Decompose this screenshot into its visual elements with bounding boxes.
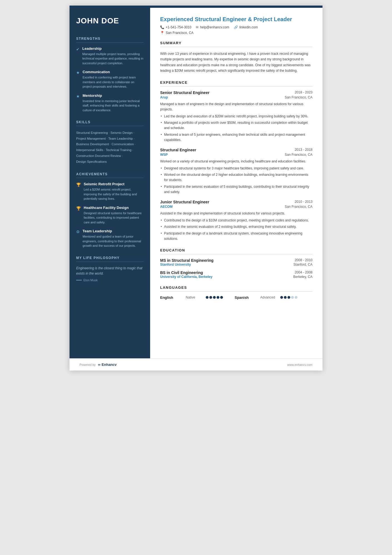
powered-by-label: Powered by bbox=[80, 363, 96, 366]
phone-number: +1-541-754-3010 bbox=[166, 25, 191, 29]
lang2-dot2 bbox=[284, 296, 287, 299]
job3-company-row: AECOM San Francisco, CA bbox=[160, 205, 312, 209]
job2-location: San Francisco, CA bbox=[285, 153, 312, 157]
education-section: EDUCATION MS in Structural Engineering 2… bbox=[160, 248, 312, 279]
education-title: EDUCATION bbox=[160, 248, 312, 254]
star-icon: ★ bbox=[76, 70, 80, 75]
lang2-dot5 bbox=[295, 296, 297, 299]
job1-company: Arup bbox=[160, 95, 168, 99]
strength-communication: ★ Communication Excelled in conferring w… bbox=[76, 70, 143, 89]
achievement-seismic-title: Seismic Retrofit Project bbox=[84, 182, 143, 186]
lang1-dot2 bbox=[209, 296, 212, 299]
job1-location: San Francisco, CA bbox=[285, 95, 312, 99]
job2-bullet-3: Participated in the seismic evaluation o… bbox=[160, 184, 312, 195]
skill-line-4: Interpersonal Skills · Technical Trainin… bbox=[76, 147, 143, 153]
job1-bullet-3: Mentored a team of 5 junior engineers, e… bbox=[160, 132, 312, 143]
edu1-header: MS in Structural Engineering 2008 - 2010 bbox=[160, 258, 312, 263]
job1-bullets: Led the design and execution of a $20M s… bbox=[160, 114, 312, 143]
lang1-dot3 bbox=[213, 296, 216, 299]
job2-company: WSP bbox=[160, 153, 168, 157]
achievement-healthcare: 🏆 Healthcare Facility Design Designed st… bbox=[76, 206, 143, 225]
job3-company: AECOM bbox=[160, 205, 173, 209]
achievement-healthcare-content: Healthcare Facility Design Designed stru… bbox=[84, 206, 143, 225]
achievement-team: ⚙ Team Leadership Mentored and guided a … bbox=[76, 229, 143, 248]
gear2-icon: ⚙ bbox=[76, 230, 80, 234]
achievement-seismic-content: Seismic Retrofit Project Led a $20M seis… bbox=[84, 182, 143, 201]
strength-mentorship-content: Mentorship Invested time in mentoring ju… bbox=[83, 93, 143, 113]
achievement-healthcare-title: Healthcare Facility Design bbox=[84, 206, 143, 210]
job-title: Experienced Structural Engineer & Projec… bbox=[160, 16, 312, 23]
job1-dates: 2018 - 2023 bbox=[295, 90, 312, 94]
job2-dates: 2013 - 2018 bbox=[295, 148, 312, 152]
experience-title: EXPERIENCE bbox=[160, 80, 312, 87]
edu2-school-row: University of California, Berkeley Berke… bbox=[160, 275, 312, 279]
philosophy-author: Elon Musk bbox=[76, 278, 143, 282]
skill-line-1: Structural Engineering · Seismic Design … bbox=[76, 130, 143, 136]
skill-line-2: Project Management · Team Leadership · bbox=[76, 136, 143, 142]
edu2-dates: 2004 - 2008 bbox=[295, 270, 312, 275]
edu1-location: Stanford, CA bbox=[293, 263, 312, 267]
skill-line-6: Design Specifications bbox=[76, 159, 143, 165]
job2-desc: Worked on a variety of structural engine… bbox=[160, 159, 312, 164]
philosophy-text: Engineering is the closest thing to magi… bbox=[76, 266, 143, 276]
contact-email: ✉ help@enhancv.com bbox=[196, 25, 229, 29]
strength-communication-title: Communication bbox=[83, 70, 143, 74]
job3-dates: 2010 - 2013 bbox=[295, 200, 312, 204]
languages-title: LANGUAGES bbox=[160, 285, 312, 292]
job3-header: Junior Structural Engineer 2010 - 2013 bbox=[160, 200, 312, 204]
job1-header: Senior Structural Engineer 2018 - 2023 bbox=[160, 90, 312, 95]
main-content: Experienced Structural Engineer & Projec… bbox=[150, 8, 322, 358]
skills-section: SKILLS Structural Engineering · Seismic … bbox=[76, 120, 143, 164]
email-icon: ✉ bbox=[196, 25, 199, 29]
resume-wrapper: JOHN DOE STRENGTHS ✔ Leadership Managed … bbox=[70, 6, 322, 371]
edu-item-2: BS in Civil Engineering 2004 - 2008 Univ… bbox=[160, 270, 312, 279]
contact-row: 📞 +1-541-754-3010 ✉ help@enhancv.com 🔗 l… bbox=[160, 25, 312, 29]
lang1-dots bbox=[206, 296, 223, 299]
checkmark-icon: ✔ bbox=[76, 47, 80, 51]
email-address: help@enhancv.com bbox=[200, 25, 229, 29]
strength-mentorship: ★ Mentorship Invested time in mentoring … bbox=[76, 93, 143, 113]
lang1-dot5 bbox=[220, 296, 223, 299]
job2-title: Structural Engineer bbox=[160, 148, 196, 152]
job3-title: Junior Structural Engineer bbox=[160, 200, 209, 204]
job1-bullet-1: Led the design and execution of a $20M s… bbox=[160, 114, 312, 119]
contact-phone: 📞 +1-541-754-3010 bbox=[160, 25, 191, 29]
strength-communication-desc: Excelled in conferring with project team… bbox=[83, 75, 143, 89]
achievements-section: ACHIEVEMENTS 🏆 Seismic Retrofit Project … bbox=[76, 172, 143, 248]
brand-name: Enhancv bbox=[101, 362, 116, 367]
edu1-school: Stanford University bbox=[160, 263, 191, 267]
achievement-seismic-desc: Led a $20M seismic retrofit project, imp… bbox=[84, 187, 143, 201]
job3-bullet-2: Assisted in the seismic evaluation of 2 … bbox=[160, 224, 312, 230]
job2-company-row: WSP San Francisco, CA bbox=[160, 153, 312, 157]
job3-desc: Assisted in the design and implementatio… bbox=[160, 211, 312, 216]
achievement-team-desc: Mentored and guided a team of junior eng… bbox=[83, 234, 143, 248]
lang2-level: Advanced bbox=[260, 295, 277, 299]
job1-bullet-2: Managed a portfolio of projects worth ov… bbox=[160, 120, 312, 131]
lang1-name: English bbox=[160, 295, 182, 300]
edu2-header: BS in Civil Engineering 2004 - 2008 bbox=[160, 270, 312, 275]
skill-line-3: Business Development · Communication · bbox=[76, 141, 143, 147]
philosophy-section: MY LIFE PHILOSOPHY Engineering is the cl… bbox=[76, 256, 143, 282]
lang1-dot1 bbox=[206, 296, 209, 299]
phone-icon: 📞 bbox=[160, 25, 164, 29]
philosophy-title: MY LIFE PHILOSOPHY bbox=[76, 256, 143, 262]
name-block: JOHN DOE bbox=[76, 16, 143, 26]
experience-section: EXPERIENCE Senior Structural Engineer 20… bbox=[160, 80, 312, 241]
footer-website: www.enhancv.com bbox=[287, 363, 312, 366]
top-accent-bar bbox=[70, 6, 322, 8]
location: San Francisco, CA bbox=[166, 31, 193, 35]
footer-left: Powered by ∞ Enhancv bbox=[80, 362, 117, 367]
enhancv-logo: ∞ Enhancv bbox=[98, 362, 116, 367]
job2-bullets: Designed structural systems for 3 major … bbox=[160, 166, 312, 195]
skill-line-5: Construction Document Review · bbox=[76, 153, 143, 159]
link-icon: 🔗 bbox=[234, 25, 238, 29]
trophy2-icon: 🏆 bbox=[76, 206, 81, 211]
footer: Powered by ∞ Enhancv www.enhancv.com bbox=[70, 358, 322, 371]
job1-title: Senior Structural Engineer bbox=[160, 90, 209, 95]
edu2-location: Berkeley, CA bbox=[293, 275, 312, 279]
location-icon: 📍 bbox=[160, 31, 164, 35]
strength-leadership-content: Leadership Managed multiple project team… bbox=[82, 46, 143, 66]
strength-mentorship-desc: Invested time in mentoring junior techni… bbox=[83, 99, 143, 113]
strengths-title: STRENGTHS bbox=[76, 37, 143, 43]
strength-leadership: ✔ Leadership Managed multiple project te… bbox=[76, 46, 143, 66]
